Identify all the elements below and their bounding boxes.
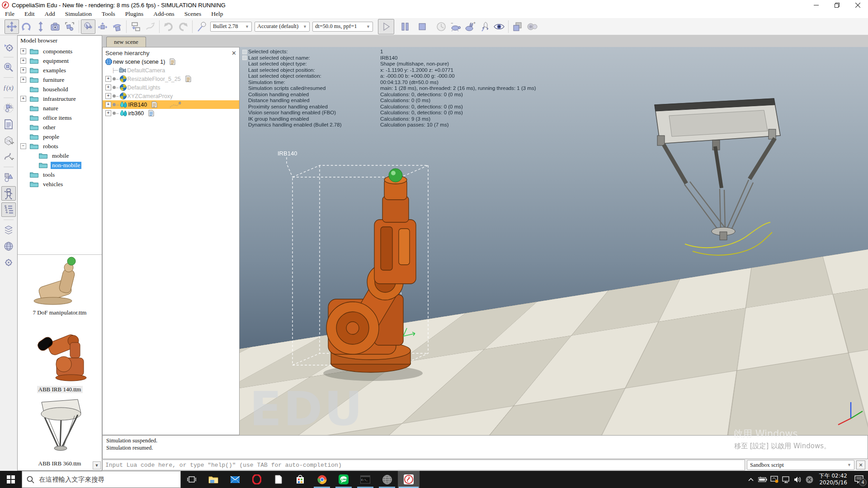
tree-expander[interactable]: + [105, 76, 111, 82]
menu-scenes[interactable]: Scenes [179, 10, 207, 18]
video-recorder-button[interactable] [525, 19, 539, 34]
hierarchy-row[interactable]: new scene (scene 1) [103, 57, 239, 66]
tree-expander[interactable]: + [105, 93, 111, 99]
info-marker-icon[interactable] [242, 56, 247, 60]
tab-new-scene[interactable]: new scene [106, 37, 146, 47]
model-browser-toggle-button[interactable] [1, 186, 16, 201]
model-thumb-irb140[interactable] [26, 317, 94, 383]
model-folder-row[interactable]: +components [18, 47, 102, 56]
viewport-3d[interactable]: IRB140 [240, 47, 868, 435]
script-icon[interactable] [151, 101, 157, 108]
tree-expander[interactable]: + [20, 58, 26, 64]
notepad-button[interactable] [268, 471, 289, 488]
hierarchy-row[interactable]: +–XYZCameraProxy [103, 92, 239, 100]
model-folder-row[interactable]: people [18, 132, 102, 141]
script-icon[interactable] [185, 75, 191, 82]
camera-pan-button[interactable] [5, 19, 19, 34]
faster-button[interactable]: + [463, 19, 477, 34]
notification-center-button[interactable]: 4 [850, 471, 868, 488]
disabled-status-icon[interactable] [804, 471, 816, 488]
camera-rotate-button[interactable] [19, 19, 33, 34]
irb360-robot[interactable] [655, 99, 780, 240]
store-button[interactable] [289, 471, 311, 488]
play-button[interactable] [378, 19, 394, 34]
model-folder-row[interactable]: +furniture [18, 75, 102, 84]
model-label-irb360[interactable]: ABB IRB 360.ttm [37, 460, 83, 467]
terminal-button[interactable]: C:\_ [354, 471, 376, 488]
taskbar-clock[interactable]: 下午 02:42 2020/5/16 [819, 473, 847, 486]
object-rotate-button[interactable] [110, 19, 124, 34]
irb140-robot[interactable] [326, 176, 416, 372]
menu-tools[interactable]: Tools [97, 10, 120, 18]
close-button[interactable] [847, 0, 868, 10]
model-folder-row[interactable]: mobile [18, 151, 102, 160]
tree-expander[interactable]: + [105, 110, 111, 116]
visibility-dot-icon[interactable] [113, 103, 116, 106]
needle-button[interactable] [194, 19, 209, 34]
info-marker-icon[interactable] [242, 50, 247, 54]
model-folder-row[interactable]: −robots [18, 141, 102, 151]
tree-expander[interactable]: + [20, 67, 26, 73]
settings-button[interactable] [1, 255, 16, 270]
model-folder-row[interactable]: +infrastructure [18, 94, 102, 103]
layers-button[interactable] [1, 223, 16, 237]
tree-expander[interactable]: − [20, 143, 26, 149]
timestep-dropdown[interactable]: dt=50.0 ms, ppf=1▼ [312, 22, 373, 32]
visibility-dot-icon[interactable] [113, 86, 116, 89]
lua-code-input[interactable] [102, 460, 745, 470]
hierarchy-row[interactable]: ├─DefaultCamera [103, 66, 239, 75]
script-target-dropdown[interactable]: Sandbox script ▼ [747, 460, 854, 470]
tree-expander[interactable]: + [20, 96, 26, 102]
model-thumb-irb360[interactable] [26, 394, 94, 457]
battery-icon[interactable] [757, 471, 769, 488]
model-folder-row[interactable]: other [18, 122, 102, 132]
model-folder-row[interactable]: nature [18, 103, 102, 113]
object-properties-button[interactable] [1, 60, 16, 75]
display-settings-icon[interactable] [769, 471, 780, 488]
menu-file[interactable]: File [0, 10, 19, 18]
coppeliasim-taskbar-button[interactable] [398, 471, 420, 488]
threaded-script-icon[interactable] [148, 110, 154, 117]
file-explorer-button[interactable] [203, 471, 224, 488]
mail-button[interactable] [224, 471, 246, 488]
select-button[interactable] [81, 19, 95, 34]
real-time-button[interactable] [434, 19, 448, 34]
menu-edit[interactable]: Edit [19, 10, 40, 18]
model-folder-row[interactable]: household [18, 84, 102, 94]
model-folder-row[interactable]: tools [18, 170, 102, 179]
task-view-button[interactable] [181, 471, 203, 488]
model-label-irb140[interactable]: ABB IRB 140.ttm [37, 386, 83, 393]
lua-bar-close-button[interactable]: ✕ [856, 460, 865, 469]
model-folder-row[interactable]: office items [18, 113, 102, 122]
volume-icon[interactable] [792, 471, 804, 488]
globe-app-button[interactable] [376, 471, 398, 488]
opera-button[interactable] [246, 471, 268, 488]
accuracy-dropdown[interactable]: Accurate (default)▼ [255, 22, 310, 32]
slower-button[interactable]: − [448, 19, 463, 34]
hierarchy-toggle-button[interactable] [1, 202, 16, 217]
model-folder-row[interactable]: +equipment [18, 56, 102, 66]
menu-simulation[interactable]: Simulation [60, 10, 97, 18]
assemble-button[interactable] [128, 19, 143, 34]
camera-angle-button[interactable] [48, 19, 62, 34]
menu-plugins[interactable]: Plugins [120, 10, 149, 18]
taskbar-search-box[interactable]: 在這裡輸入文字來搜尋 [22, 471, 181, 488]
transfer-dynamics-button[interactable] [143, 19, 157, 34]
model-thumb-7dof[interactable] [26, 256, 94, 306]
thumbnail-scroll-down-button[interactable]: ▼ [93, 461, 101, 469]
model-folder-row[interactable]: vehicles [18, 179, 102, 189]
calculation-modules-button[interactable]: ƒ(x) [1, 80, 16, 95]
tray-chevron-up-icon[interactable] [745, 471, 757, 488]
script-icon[interactable] [170, 58, 175, 65]
collections-button[interactable] [1, 101, 16, 115]
threaded-rendering-button[interactable] [477, 19, 492, 34]
scripts-button[interactable] [1, 117, 16, 131]
world-button[interactable] [1, 239, 16, 253]
menu-help[interactable]: Help [206, 10, 228, 18]
tree-expander[interactable]: + [105, 102, 111, 108]
model-folder-row[interactable]: +examples [18, 66, 102, 75]
object-shift-button[interactable] [95, 19, 110, 34]
menu-addons[interactable]: Add-ons [148, 10, 179, 18]
path-edit-button[interactable] [1, 150, 16, 164]
shape-edit-button[interactable] [1, 133, 16, 148]
